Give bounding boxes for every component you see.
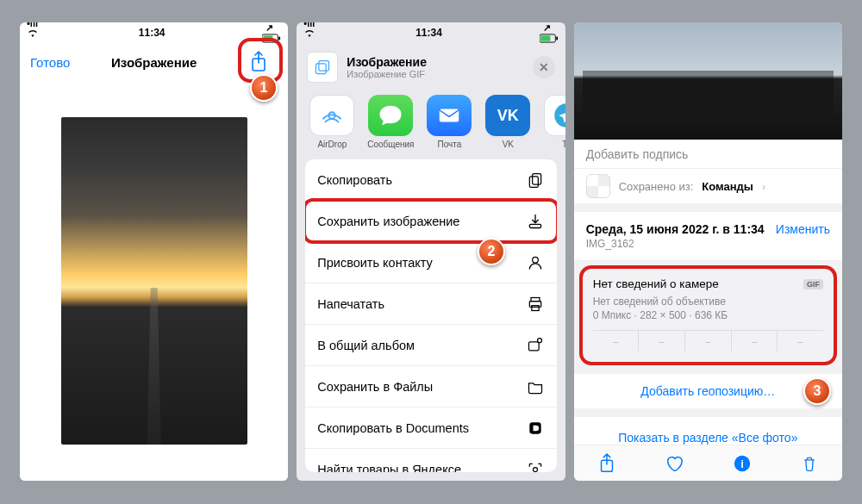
- app-telegram[interactable]: Te: [540, 95, 565, 149]
- action-label: Сохранить в Файлы: [317, 380, 433, 394]
- app-messages[interactable]: Сообщения: [364, 95, 417, 149]
- exif-grid: – – – – –: [593, 330, 823, 352]
- saved-from-app: Команды: [702, 180, 753, 193]
- action-label: Скопировать в Documents: [317, 421, 469, 435]
- done-button[interactable]: Готово: [30, 55, 70, 70]
- info-icon[interactable]: i: [733, 454, 752, 473]
- svg-rect-12: [532, 173, 540, 184]
- photo-top[interactable]: [574, 22, 842, 140]
- sheet-thumb-icon: [307, 52, 338, 83]
- file-name: IMG_3162: [586, 238, 830, 250]
- action-assign-contact[interactable]: Присвоить контакту: [305, 242, 556, 283]
- mail-icon: [427, 95, 472, 136]
- app-vk[interactable]: VK VK: [481, 95, 534, 149]
- chevron-right-icon: ›: [762, 180, 765, 193]
- svg-rect-6: [556, 37, 558, 40]
- trash-icon[interactable]: [801, 454, 818, 473]
- app-label: VK: [503, 140, 514, 149]
- svg-rect-8: [316, 64, 327, 74]
- messages-icon: [368, 95, 413, 136]
- app-label: AirDrop: [317, 140, 347, 149]
- sheet-subtitle: Изображение GIF: [347, 69, 523, 79]
- svg-text:i: i: [740, 457, 744, 470]
- app-label: Te: [562, 140, 565, 149]
- nav-bar: Готово Изображение: [20, 43, 288, 81]
- step-badge-2: 2: [478, 238, 505, 265]
- action-copy-documents[interactable]: Скопировать в Documents: [305, 408, 556, 449]
- action-label: Присвоить контакту: [317, 256, 432, 270]
- add-geolocation-button[interactable]: Добавить геопозицию…: [574, 374, 842, 408]
- sheet-title: Изображение: [347, 55, 523, 69]
- action-label: Напечатать: [317, 297, 384, 311]
- wifi-icon: [303, 28, 318, 37]
- svg-rect-7: [319, 61, 329, 72]
- action-list: Скопировать Сохранить изображение Присво…: [305, 159, 556, 472]
- share-icon[interactable]: [598, 453, 615, 474]
- signal-icon: •ııl: [303, 22, 315, 28]
- app-label: Сообщения: [367, 140, 414, 149]
- image-stats: 0 Мпикс · 282 × 500 · 636 КБ: [593, 309, 823, 321]
- status-bar: •ııl 11:34 ↗: [297, 22, 565, 43]
- svg-rect-1: [264, 35, 273, 40]
- close-button[interactable]: ✕: [533, 56, 555, 78]
- wifi-icon: [27, 28, 41, 37]
- show-all-photos-button[interactable]: Показать в разделе «Все фото»: [574, 408, 842, 445]
- svg-point-22: [533, 468, 537, 472]
- heart-icon[interactable]: [665, 454, 684, 473]
- svg-point-15: [532, 257, 538, 263]
- folder-icon: [526, 378, 545, 395]
- phone-panel-1: •ııl 11:34 ↗ Готово Изображение: [20, 22, 288, 481]
- app-label: Почта: [437, 140, 461, 149]
- action-label: Скопировать: [317, 173, 392, 187]
- exif-cell: –: [639, 331, 685, 352]
- svg-rect-5: [540, 35, 550, 40]
- exif-cell: –: [778, 331, 823, 352]
- camera-info-card: Нет сведений о камере GIF Нет сведений о…: [583, 269, 834, 362]
- edit-date-button[interactable]: Изменить: [776, 222, 830, 236]
- action-label: Найти товары в Яндексе: [317, 463, 461, 472]
- status-time: 11:34: [139, 27, 166, 39]
- saved-from-row[interactable]: Сохранено из: Команды ›: [574, 169, 842, 203]
- action-yandex-search[interactable]: Найти товары в Яндексе: [305, 449, 556, 472]
- location-icon: ↗: [265, 22, 273, 33]
- action-shared-album[interactable]: В общий альбом: [305, 325, 556, 366]
- battery-icon: [540, 34, 559, 43]
- svg-rect-2: [279, 37, 281, 40]
- date-row: Среда, 15 июня 2022 г. в 11:34 Изменить …: [574, 212, 842, 260]
- status-bar: •ııl 11:34 ↗: [20, 22, 288, 43]
- svg-point-20: [537, 338, 541, 342]
- phone-panel-2: •ııl 11:34 ↗ Изображение Изображение GIF…: [297, 22, 565, 481]
- share-apps-row: AirDrop Сообщения Почта VK VK Te: [297, 91, 565, 159]
- share-sheet-header: Изображение Изображение GIF ✕: [297, 43, 565, 91]
- svg-rect-10: [440, 109, 459, 122]
- preview-area: [20, 81, 288, 481]
- status-time: 11:34: [415, 27, 442, 39]
- signal-icon: •ııl: [27, 22, 38, 28]
- svg-rect-16: [531, 297, 540, 301]
- no-camera-label: Нет сведений о камере: [593, 277, 719, 290]
- location-icon: ↗: [543, 22, 551, 33]
- svg-rect-13: [529, 177, 538, 188]
- date-text: Среда, 15 июня 2022 г. в 11:34: [586, 222, 765, 236]
- phone-panel-3: Добавить подпись Сохранено из: Команды ›…: [574, 22, 842, 481]
- app-airdrop[interactable]: AirDrop: [305, 95, 359, 149]
- action-save-files[interactable]: Сохранить в Файлы: [305, 366, 556, 408]
- preview-image[interactable]: [61, 117, 247, 445]
- caption-placeholder: Добавить подпись: [586, 147, 689, 161]
- app-mail[interactable]: Почта: [422, 95, 476, 149]
- battery-icon: [262, 34, 281, 43]
- action-print[interactable]: Напечатать: [305, 283, 556, 325]
- airdrop-icon: [309, 95, 354, 136]
- step-badge-3: 3: [803, 377, 831, 405]
- telegram-icon: [544, 95, 565, 136]
- shortcuts-app-icon: [586, 174, 610, 198]
- svg-rect-14: [529, 224, 540, 227]
- action-save-image[interactable]: Сохранить изображение: [305, 201, 556, 242]
- exif-cell: –: [685, 331, 732, 352]
- action-copy[interactable]: Скопировать: [305, 159, 556, 201]
- svg-rect-18: [531, 305, 538, 310]
- caption-input[interactable]: Добавить подпись: [574, 140, 842, 170]
- saved-from-label: Сохранено из:: [619, 180, 694, 193]
- exif-cell: –: [732, 331, 778, 352]
- download-icon: [526, 213, 545, 230]
